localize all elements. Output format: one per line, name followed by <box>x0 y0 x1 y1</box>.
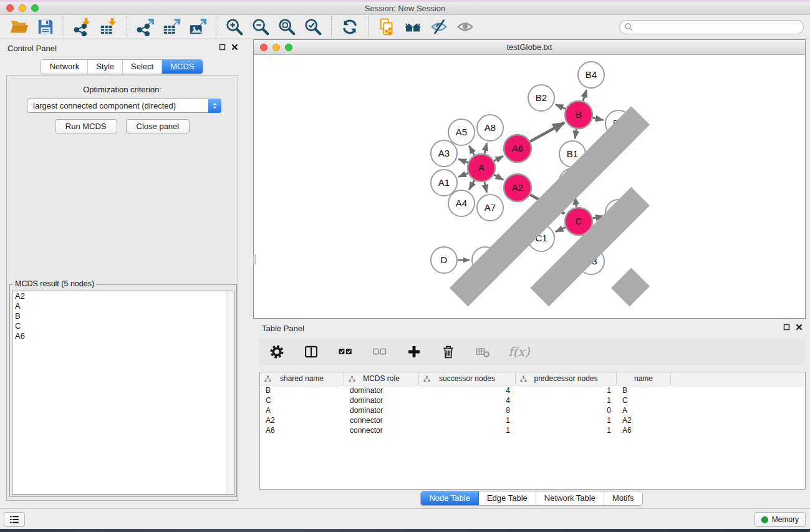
memory-status-icon <box>761 516 768 523</box>
tab-network-table[interactable]: Network Table <box>536 491 604 505</box>
import-network-icon <box>73 17 92 36</box>
table-header-row: shared nameMCDS rolesuccessor nodesprede… <box>260 372 805 385</box>
table-cell: 4 <box>419 385 516 395</box>
show-all-button[interactable] <box>455 17 475 37</box>
mcds-result-item[interactable]: B <box>12 311 234 321</box>
tab-motifs[interactable]: Motifs <box>604 491 642 505</box>
column-header-MCDS-role[interactable]: MCDS role <box>344 372 419 385</box>
zoom-in-button[interactable] <box>224 17 244 37</box>
optimization-criterion-label: Optimization criterion: <box>7 85 238 94</box>
mcds-result-item[interactable]: A6 <box>12 331 234 341</box>
search-icon <box>624 22 634 32</box>
tab-mcds[interactable]: MCDS <box>162 60 202 74</box>
add-column-button[interactable] <box>405 343 423 360</box>
column-header-empty <box>671 372 805 385</box>
table-row[interactable]: Cdominator41C <box>260 395 805 405</box>
toolbar-separator <box>331 16 332 37</box>
network-canvas[interactable]: B4B2BB3A8A5A6A3B1AC2A1A2A4A7C4CC1C3DD1 <box>254 55 805 317</box>
table-cell: A <box>260 405 344 415</box>
control-panel: Control Panel NetworkStyleSelectMCDS Opt… <box>0 39 244 508</box>
mcds-result-item[interactable]: A2 <box>12 291 234 301</box>
status-bar: Memory <box>0 508 810 529</box>
deselect-all-button[interactable] <box>371 343 388 360</box>
mcds-result-list: A2ABCA6 <box>12 291 234 495</box>
tab-network[interactable]: Network <box>41 60 88 74</box>
memory-label: Memory <box>772 515 799 524</box>
save-floppy-icon <box>36 17 55 36</box>
close-panel-button[interactable]: Close panel <box>126 119 190 133</box>
export-table-button[interactable] <box>162 17 181 37</box>
criterion-select[interactable]: largest connected component (directed) <box>27 99 221 113</box>
resize-grip-icon[interactable] <box>254 55 805 317</box>
table-cell: 4 <box>419 395 516 405</box>
first-neighbors-button[interactable] <box>403 17 423 37</box>
table-row[interactable]: Bdominator41B <box>260 385 805 395</box>
deselect-all-checkboxes-icon <box>372 344 388 360</box>
save-session-button[interactable] <box>36 17 55 37</box>
network-view-window: testGlobe.txt B4B2BB3A8A5A6A3B1AC2A1A2A4… <box>253 39 806 319</box>
table-cell: dominator <box>344 405 419 415</box>
column-header-successor-nodes[interactable]: successor nodes <box>419 372 516 385</box>
window-title: Session: New Session <box>0 2 810 15</box>
delete-table-button[interactable] <box>474 343 491 360</box>
memory-button[interactable]: Memory <box>755 512 806 527</box>
run-mcds-button[interactable]: Run MCDS <box>55 119 117 133</box>
application-window: Session: New Session <box>0 0 810 532</box>
task-history-button[interactable] <box>4 512 25 527</box>
zoom-selected-button[interactable] <box>303 17 323 37</box>
table-row[interactable]: A6connector11A6 <box>260 425 805 435</box>
mcds-list-scrollbar[interactable] <box>226 291 234 494</box>
main-titlebar: Session: New Session <box>0 2 810 15</box>
desktop-background-strip <box>0 529 810 532</box>
splitter-handle[interactable] <box>253 254 256 264</box>
column-header-shared-name[interactable]: shared name <box>260 372 344 385</box>
network-window-title: testGlobe.txt <box>254 40 805 55</box>
delete-column-button[interactable] <box>440 343 457 360</box>
mcds-result-item[interactable]: A <box>12 301 234 311</box>
tab-edge-table[interactable]: Edge Table <box>479 491 536 505</box>
float-panel-icon[interactable] <box>783 324 790 331</box>
export-network-button[interactable] <box>135 17 155 37</box>
main-toolbar <box>0 15 810 39</box>
table-cell: 1 <box>516 395 617 405</box>
function-icon: f(x) <box>508 344 529 359</box>
tab-node-table[interactable]: Node Table <box>421 491 479 505</box>
float-panel-icon[interactable] <box>219 44 226 51</box>
criterion-select-value: largest connected component (directed) <box>33 101 176 110</box>
export-image-button[interactable] <box>188 17 208 37</box>
search-input[interactable] <box>634 21 803 33</box>
close-panel-icon[interactable] <box>796 324 803 331</box>
eye-icon <box>456 17 475 36</box>
zoom-out-icon <box>251 17 270 36</box>
list-icon <box>9 514 20 525</box>
tab-select[interactable]: Select <box>123 60 162 74</box>
zoom-fit-button[interactable] <box>277 17 297 37</box>
table-row[interactable]: A2connector11A2 <box>260 415 805 425</box>
hide-selected-button[interactable] <box>429 17 449 37</box>
search-field[interactable] <box>619 20 804 34</box>
table-row[interactable]: Adominator80A <box>260 405 805 415</box>
network-window-titlebar[interactable]: testGlobe.txt <box>254 40 805 55</box>
export-table-icon <box>162 17 181 36</box>
mcds-result-item[interactable]: C <box>12 321 234 331</box>
zoom-out-button[interactable] <box>251 17 271 37</box>
close-panel-icon[interactable] <box>231 44 238 51</box>
duplicate-network-button[interactable] <box>377 17 397 37</box>
import-table-icon <box>99 17 118 36</box>
column-header-name[interactable]: name <box>617 372 671 385</box>
refresh-layout-button[interactable] <box>340 17 360 37</box>
table-cell: dominator <box>344 395 419 405</box>
import-network-button[interactable] <box>72 17 92 37</box>
show-columns-button[interactable] <box>302 343 320 360</box>
import-table-button[interactable] <box>99 17 118 37</box>
select-all-button[interactable] <box>337 343 354 360</box>
select-all-checkboxes-icon <box>337 344 354 360</box>
table-cell: B <box>260 385 344 395</box>
function-builder-button[interactable]: f(x) <box>508 343 529 360</box>
table-settings-button[interactable] <box>268 343 286 360</box>
open-session-button[interactable] <box>9 17 29 37</box>
zoom-in-icon <box>225 17 244 36</box>
column-header-predecessor-nodes[interactable]: predecessor nodes <box>516 372 617 385</box>
trash-icon <box>440 344 456 360</box>
tab-style[interactable]: Style <box>88 60 123 74</box>
